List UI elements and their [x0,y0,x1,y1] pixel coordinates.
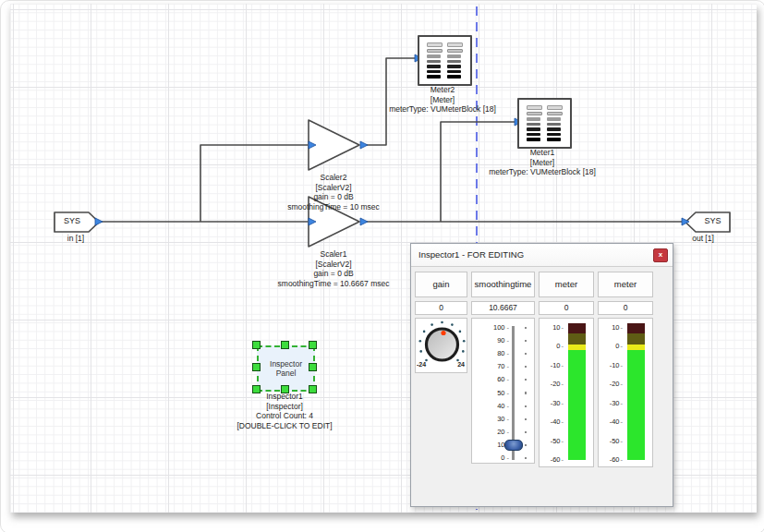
gain-header: gain [415,272,467,297]
meter-tick-label: -30 [610,399,620,407]
close-icon[interactable]: x [653,248,668,262]
meter-a-bar [568,323,586,460]
meter-tick-label: 0 [556,342,560,350]
meter1-name: Meter1 [441,148,644,158]
selection-handle[interactable] [309,385,317,393]
scaler1-name: Scaler1 [232,249,435,260]
meter-segment-olive [627,333,645,345]
scaler2-type: [ScalerV2] [232,183,435,193]
meter2-type: [Meter] [341,95,544,105]
vu-meter-icon [427,42,443,79]
meter2-block[interactable] [418,35,472,86]
scaler2-labels: Scaler2 [ScalerV2] gain = 0 dB smoothing… [232,173,435,212]
scaler2-smoothing: smoothingTime = 10 msec [232,202,435,212]
scaler2-gain: gain = 0 dB [232,192,435,202]
meter-a-value: 0 [539,301,594,315]
selection-handle[interactable] [252,341,261,349]
knob-indicator-dot [441,331,445,335]
smoothingtime-column: smoothingtime 10.6667 100- 90- 80- 70- 6… [471,272,535,464]
smoothingtime-header: smoothingtime [471,272,535,297]
scaler1-labels: Scaler1 [ScalerV2] gain = 0 dB smoothing… [232,249,435,288]
selection-handle[interactable] [281,341,289,349]
gain-knob-panel: -24 24 [415,318,467,373]
selection-handle[interactable] [252,385,261,393]
meter-b-column: meter 0 10- 0- -10- -20- -30- -40- -50- … [598,272,653,467]
meter-tick-label: -40 [551,417,561,426]
slider-tick-label: 30 [497,415,504,423]
meter2-metertype: meterType: VUMeterBlock [18] [341,104,544,115]
selection-handle[interactable] [281,385,289,393]
meter-a-panel: 10- 0- -10- -20- -30- -40- -50- -60- [539,318,594,467]
slider-dot-ticks [525,327,527,460]
meter1-metertype: meterType: VUMeterBlock [18] [441,167,644,177]
meter-tick-label: -50 [610,437,620,445]
slider-tick-label: 100 [493,323,505,332]
meter-tick-label: -20 [551,380,561,388]
slider-tick-label: 90 [497,336,504,345]
meter-b-header: meter [598,272,653,297]
sys-out-sublabel: out [1] [675,234,731,244]
gain-value: 0 [415,301,467,315]
inspector-block-type: [Inspector] [201,402,368,412]
smoothingtime-value: 10.6667 [471,301,535,315]
inspector-block-count: Control Count: 4 [201,411,368,421]
selection-handle[interactable] [252,363,261,371]
slider-tick-label: 80 [497,349,504,357]
vu-meter-icon [547,105,563,141]
selection-handle[interactable] [309,363,317,371]
scaler2-name: Scaler2 [232,173,435,183]
gain-column: gain 0 [415,272,467,373]
inspector-window-title: Inspector1 - FOR EDITING [418,249,524,260]
meter1-labels: Meter1 [Meter] meterType: VUMeterBlock [… [441,148,644,177]
meter-tick-label: -20 [610,380,620,388]
slider-tick-label: 20 [497,428,504,436]
vu-meter-icon [447,42,463,79]
inspector-window-titlebar[interactable]: Inspector1 - FOR EDITING x [411,244,673,267]
meter-b-value: 0 [598,301,653,315]
meter-tick-label: 10 [612,323,619,332]
gain-min-label: -24 [417,361,426,368]
inspector-window: Inspector1 - FOR EDITING x gain 0 [410,243,673,507]
slider-thumb[interactable] [504,440,523,451]
meter-tick-label: -30 [551,399,561,407]
meter-segment-olive [568,333,586,345]
slider-tick-label: 50 [497,389,504,397]
sys-in-sublabel: in [1] [53,234,99,244]
sys-in-label: SYS [55,216,90,225]
inspector-panel-text2: Panel [276,369,297,378]
meter-b-bar [627,323,645,460]
meter-tick-label: -60 [610,455,620,464]
scaler1-smoothing: smoothingTime = 10.6667 msec [232,279,435,289]
inspector-block-labels: Inspector1 [Inspector] Control Count: 4 … [201,392,368,430]
meter-a-header: meter [539,272,594,297]
meter-segment-red [627,323,645,333]
meter-segment-green [568,350,586,460]
scaler1-type: [ScalerV2] [232,260,435,270]
meter-tick-label: -50 [551,437,561,445]
meter2-name: Meter2 [341,85,544,95]
meter-tick-label: 10 [552,323,560,332]
meter-tick-label: -60 [551,455,561,464]
meter-segment-green [627,350,645,460]
selection-handle[interactable] [309,341,317,349]
meter-tick-label: -40 [610,417,620,426]
meter-b-panel: 10- 0- -10- -20- -30- -40- -50- -60- [598,318,653,467]
design-canvas-screenshot: SYS in [1] SYS out [1] Meter2 [Meter] me… [0,0,764,532]
smoothingtime-slider-panel: 100- 90- 80- 70- 60- 50- 40- 30- 20- 10-… [471,318,535,464]
meter1-type: [Meter] [441,158,644,168]
meter-tick-label: -10 [610,361,620,369]
slider-tick-label: 0 [501,453,504,462]
meter-segment-red [568,323,586,333]
meter-tick-label: -10 [551,361,561,369]
inspector-block-hint: [DOUBLE-CLICK TO EDIT] [201,421,368,431]
slider-tick-label: 40 [497,402,504,410]
meter-a-column: meter 0 10- 0- -10- -20- -30- -40- -50- … [539,272,594,467]
gain-max-label: 24 [457,361,465,368]
slider-tick-label: 70 [497,362,504,370]
meter2-labels: Meter2 [Meter] meterType: VUMeterBlock [… [341,85,544,115]
meter-tick-label: 0 [615,342,619,350]
inspector-panel-text1: Inspector [270,359,302,369]
sys-out-label: SYS [696,216,730,225]
scaler1-gain: gain = 0 dB [232,269,435,279]
slider-tick-label: 60 [497,375,504,383]
